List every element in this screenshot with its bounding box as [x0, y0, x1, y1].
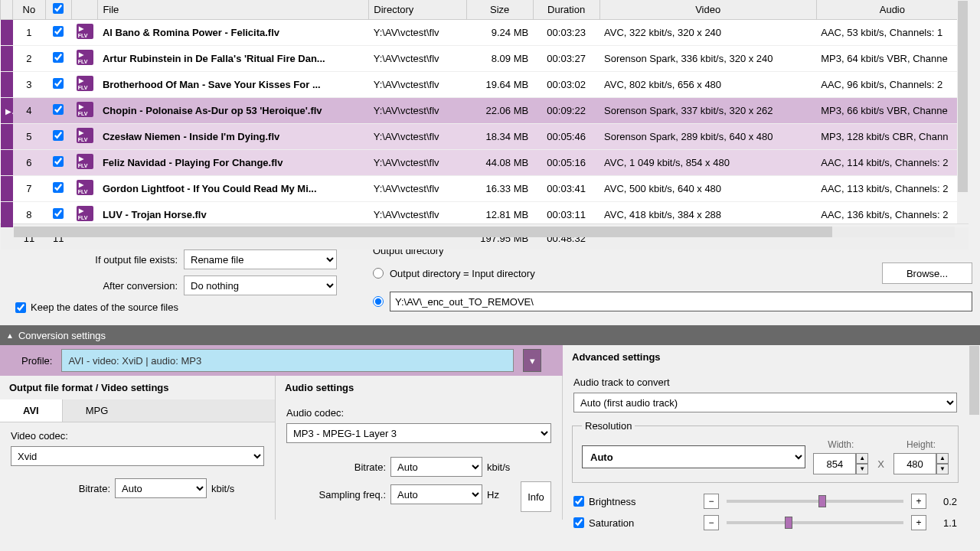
height-down[interactable]: ▼ — [936, 464, 949, 474]
table-vscroll[interactable] — [957, 0, 969, 223]
saturation-checkbox[interactable] — [573, 517, 584, 528]
brightness-minus[interactable]: − — [704, 494, 719, 509]
row-checkbox[interactable] — [53, 208, 64, 219]
conversion-settings-title: Conversion settings — [18, 330, 106, 341]
table-row[interactable]: 5Czesław Niemen - Inside I'm Dying.flvY:… — [1, 124, 969, 150]
col-duration[interactable]: Duration — [533, 0, 599, 20]
height-input[interactable] — [893, 453, 936, 474]
audio-track-label: Audio track to convert — [573, 377, 957, 388]
sampling-label: Sampling freq.: — [286, 489, 386, 500]
play-marker — [1, 124, 13, 150]
outdir-same-label: Output directory = Input directory — [390, 268, 535, 279]
saturation-slider[interactable] — [727, 521, 903, 524]
col-file[interactable]: File — [98, 0, 369, 20]
cell-check[interactable] — [45, 20, 71, 46]
info-button[interactable]: Info — [521, 481, 551, 512]
cell-audio: AAC, 114 kbit/s, Channels: 2 — [816, 150, 968, 176]
table-row[interactable]: 2Artur Rubinstein in De Falla's 'Ritual … — [1, 46, 969, 72]
col-directory[interactable]: Directory — [369, 0, 466, 20]
browse-button[interactable]: Browse... — [882, 262, 972, 284]
profile-input[interactable] — [61, 349, 514, 372]
cell-check[interactable] — [45, 202, 71, 228]
cell-dur: 00:03:27 — [533, 46, 599, 72]
flv-icon — [77, 128, 93, 143]
cell-check[interactable] — [45, 124, 71, 150]
row-checkbox[interactable] — [53, 52, 64, 63]
row-checkbox[interactable] — [53, 104, 64, 115]
outdir-custom-radio[interactable] — [373, 296, 384, 307]
cell-check[interactable] — [45, 150, 71, 176]
col-audio[interactable]: Audio — [816, 0, 968, 20]
outdir-same-radio[interactable] — [373, 268, 384, 279]
conversion-settings-header[interactable]: ▲ Conversion settings — [0, 325, 980, 345]
col-video[interactable]: Video — [599, 0, 816, 20]
audio-codec-select[interactable]: MP3 - MPEG-1 Layer 3 — [286, 423, 551, 443]
cell-audio: MP3, 66 kbit/s VBR, Channe — [816, 98, 968, 124]
audio-track-select[interactable]: Auto (first audio track) — [573, 393, 957, 412]
keep-dates-checkbox[interactable] — [15, 302, 26, 313]
tab-mpg[interactable]: MPG — [63, 399, 132, 422]
advanced-vscroll[interactable] — [969, 345, 980, 529]
row-checkbox[interactable] — [53, 26, 64, 37]
cell-check[interactable] — [45, 176, 71, 202]
cell-dur: 00:03:23 — [533, 20, 599, 46]
cell-file: Artur Rubinstein in De Falla's 'Ritual F… — [98, 46, 369, 72]
cell-file: Brotherhood Of Man - Save Your Kisses Fo… — [98, 72, 369, 98]
table-row[interactable]: 1Al Bano & Romina Power - Felicita.flvY:… — [1, 20, 969, 46]
sampling-select[interactable]: Auto — [390, 484, 482, 504]
saturation-minus[interactable]: − — [704, 515, 719, 530]
resolution-select[interactable]: Auto — [582, 445, 805, 468]
if-exists-select[interactable]: Rename file — [184, 249, 337, 269]
outdir-path-input[interactable] — [390, 292, 972, 311]
height-up[interactable]: ▲ — [936, 453, 949, 464]
row-checkbox[interactable] — [53, 130, 64, 141]
cell-size: 22.06 MB — [466, 98, 533, 124]
profile-dropdown-button[interactable]: ▾ — [523, 349, 541, 372]
table-row[interactable]: 7Gordon Lightfoot - If You Could Read My… — [1, 176, 969, 202]
table-row[interactable]: 3Brotherhood Of Man - Save Your Kisses F… — [1, 72, 969, 98]
cell-size: 8.09 MB — [466, 46, 533, 72]
row-checkbox[interactable] — [53, 156, 64, 167]
tab-avi[interactable]: AVI — [0, 399, 63, 422]
saturation-label: Saturation — [589, 517, 634, 529]
row-checkbox[interactable] — [53, 78, 64, 89]
brightness-plus[interactable]: + — [911, 494, 926, 509]
width-down[interactable]: ▼ — [856, 464, 868, 474]
audio-bitrate-label: Bitrate: — [286, 461, 386, 473]
cell-check[interactable] — [45, 46, 71, 72]
video-codec-select[interactable]: Xvid — [11, 446, 264, 466]
audio-bitrate-select[interactable]: Auto — [390, 457, 482, 477]
video-bitrate-select[interactable]: Auto — [115, 478, 207, 498]
cell-icon — [72, 98, 98, 124]
width-input[interactable] — [813, 453, 856, 474]
cell-dir: Y:\AV\vctest\flv — [369, 176, 466, 202]
resolution-legend: Resolution — [582, 420, 635, 432]
width-up[interactable]: ▲ — [856, 453, 868, 464]
cell-check[interactable] — [45, 72, 71, 98]
cell-audio: MP3, 128 kbit/s CBR, Chann — [816, 124, 968, 150]
table-row[interactable]: 8LUV - Trojan Horse.flvY:\AV\vctest\flv1… — [1, 202, 969, 228]
check-all[interactable] — [53, 3, 64, 14]
after-conv-select[interactable]: Do nothing — [184, 276, 337, 295]
saturation-plus[interactable]: + — [911, 515, 926, 530]
profile-label: Profile: — [21, 355, 52, 367]
cell-check[interactable] — [45, 98, 71, 124]
play-marker — [1, 20, 13, 46]
col-check[interactable] — [45, 0, 71, 20]
play-marker — [1, 72, 13, 98]
table-row[interactable]: 4Chopin - Polonaise As-Dur op 53 'Heroiq… — [1, 98, 969, 124]
row-checkbox[interactable] — [53, 182, 64, 193]
col-size[interactable]: Size — [466, 0, 533, 20]
brightness-slider[interactable] — [727, 500, 903, 503]
hscroll-thumb[interactable] — [14, 227, 832, 237]
brightness-checkbox[interactable] — [573, 496, 584, 507]
col-no[interactable]: No — [13, 0, 45, 20]
table-row[interactable]: 6Feliz Navidad - Playing For Change.flvY… — [1, 150, 969, 176]
cell-file: Chopin - Polonaise As-Dur op 53 'Heroiqu… — [98, 98, 369, 124]
file-table: No File Directory Size Duration Video Au… — [0, 0, 969, 249]
cell-dur: 00:03:02 — [533, 72, 599, 98]
table-hscroll[interactable]: ◀ ▶ — [0, 223, 969, 239]
cell-file: Gordon Lightfoot - If You Could Read My … — [98, 176, 369, 202]
table-header-row: No File Directory Size Duration Video Au… — [1, 0, 969, 20]
height-label: Height: — [906, 439, 936, 450]
